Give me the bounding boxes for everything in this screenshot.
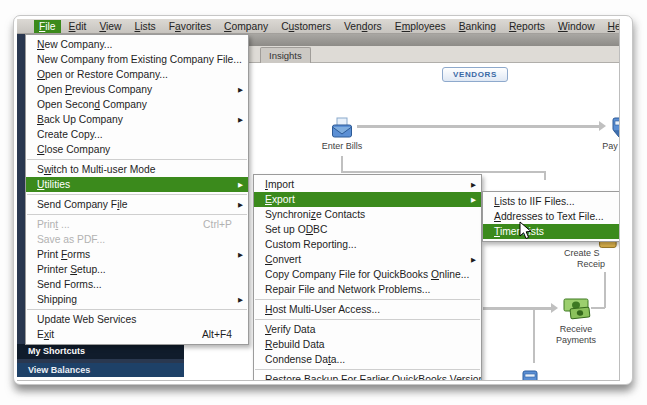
menu-item-create-copy[interactable]: Create Copy... xyxy=(26,127,248,142)
menubar-item-edit[interactable]: Edit xyxy=(64,20,92,33)
receive-payments-icon[interactable] xyxy=(563,296,591,321)
menu-item-update-web-services[interactable]: Update Web Services xyxy=(26,312,248,327)
export-submenu: Lists to IIF Files...Addresses to Text F… xyxy=(482,191,620,242)
menu-item-import[interactable]: Import▶ xyxy=(254,177,481,192)
menu-item-custom-reporting[interactable]: Custom Reporting... xyxy=(254,237,481,252)
menu-item-open-or-restore-company[interactable]: Open or Restore Company... xyxy=(26,67,248,82)
menu-item-set-up-odbc[interactable]: Set up ODBC xyxy=(254,222,481,237)
menubar-item-company[interactable]: Company xyxy=(219,20,273,33)
tab-bar: Insights xyxy=(184,46,620,63)
receive-payments-label: Receive xyxy=(546,324,606,335)
submenu-arrow-icon: ▶ xyxy=(471,180,476,188)
file-menu: New Company...New Company from Existing … xyxy=(25,34,249,345)
menu-item-addresses-to-text-file[interactable]: Addresses to Text File... xyxy=(483,209,620,224)
menu-item-utilities[interactable]: Utilities▶ xyxy=(26,177,248,192)
menu-separator xyxy=(255,369,480,370)
menubar-item-lists[interactable]: Lists xyxy=(130,20,161,33)
menu-item-new-company[interactable]: New Company... xyxy=(26,37,248,52)
menubar-item-help[interactable]: Help xyxy=(603,20,620,33)
menu-separator xyxy=(27,214,247,215)
menu-item-save-as-pdf[interactable]: Save as PDF... xyxy=(26,232,248,247)
menu-item-close-company[interactable]: Close Company xyxy=(26,142,248,157)
menu-separator xyxy=(27,159,247,160)
enter-bills-label: Enter Bills xyxy=(301,141,383,152)
menubar-item-customers[interactable]: Customers xyxy=(276,20,336,33)
menu-item-restore-backup-for-earlier-quickbooks-version[interactable]: Restore Backup For Earlier QuickBooks Ve… xyxy=(254,372,481,381)
menubar-item-vendors[interactable]: Vendors xyxy=(339,20,387,33)
menu-separator xyxy=(255,299,480,300)
menu-item-new-company-from-existing-company-file[interactable]: New Company from Existing Company File..… xyxy=(26,52,248,67)
menu-item-verify-data[interactable]: Verify Data xyxy=(254,322,481,337)
menubar-item-favorites[interactable]: Favorites xyxy=(164,20,216,33)
submenu-arrow-icon: ▶ xyxy=(471,195,476,203)
menu-item-export[interactable]: Export▶ xyxy=(254,192,481,207)
menu-item-back-up-company[interactable]: Back Up Company▶ xyxy=(26,112,248,127)
menu-item-send-company-file[interactable]: Send Company File▶ xyxy=(26,197,248,212)
sidebar-view-balances[interactable]: View Balances xyxy=(17,363,184,377)
utilities-submenu: Import▶Export▶Synchronize ContactsSet up… xyxy=(253,174,482,381)
menu-shortcut: Ctrl+P xyxy=(195,219,232,230)
flow-arrow-line xyxy=(357,125,599,128)
flow-arrow-line xyxy=(483,307,551,310)
menu-item-shipping[interactable]: Shipping▶ xyxy=(26,292,248,307)
sidebar-my-shortcuts[interactable]: My Shortcuts xyxy=(17,344,184,359)
menu-item-host-multi-user-access[interactable]: Host Multi-User Access... xyxy=(254,302,481,317)
flow-arrow-head xyxy=(599,121,606,131)
create-sales-receipts-label: Create S xyxy=(564,248,620,259)
screenshot-frame: FileEditViewListsFavoritesCompanyCustome… xyxy=(13,15,633,385)
menubar-item-banking[interactable]: Banking xyxy=(454,20,501,33)
flow-connector xyxy=(533,308,535,363)
flow-connector xyxy=(544,171,546,180)
menu-item-synchronize-contacts[interactable]: Synchronize Contacts xyxy=(254,207,481,222)
flow-connector xyxy=(341,156,343,172)
create-sales-receipts-label: Receip xyxy=(577,259,620,270)
menu-item-exit[interactable]: ExitAlt+F4 xyxy=(26,327,248,342)
menu-separator xyxy=(27,194,247,195)
menu-separator xyxy=(27,309,247,310)
mouse-cursor-icon xyxy=(519,221,533,241)
menubar-item-window[interactable]: Window xyxy=(553,20,600,33)
menu-item-condense-data[interactable]: Condense Data... xyxy=(254,352,481,367)
flow-connector xyxy=(591,307,605,309)
menu-item-repair-file-and-network-problems[interactable]: Repair File and Network Problems... xyxy=(254,282,481,297)
menubar: FileEditViewListsFavoritesCompanyCustome… xyxy=(17,19,619,34)
submenu-arrow-icon: ▶ xyxy=(238,85,243,93)
flow-connector xyxy=(604,272,606,308)
menubar-item-employees[interactable]: Employees xyxy=(390,20,451,33)
menu-separator xyxy=(255,319,480,320)
menubar-item-reports[interactable]: Reports xyxy=(504,20,550,33)
submenu-arrow-icon: ▶ xyxy=(238,115,243,123)
pay-bills-label: Pay xyxy=(600,141,620,152)
menu-item-convert[interactable]: Convert▶ xyxy=(254,252,481,267)
menu-item-switch-to-multi-user-mode[interactable]: Switch to Multi-user Mode xyxy=(26,162,248,177)
menu-item-printer-setup[interactable]: Printer Setup... xyxy=(26,262,248,277)
receive-payments-label: Payments xyxy=(543,335,609,346)
submenu-arrow-icon: ▶ xyxy=(238,200,243,208)
menu-item-lists-to-iif-files[interactable]: Lists to IIF Files... xyxy=(483,194,620,209)
flow-connector xyxy=(341,171,546,173)
pay-bills-icon[interactable] xyxy=(612,116,620,138)
menu-item-open-second-company[interactable]: Open Second Company xyxy=(26,97,248,112)
toolbar-strip xyxy=(184,34,620,46)
menu-item-copy-company-file-for-quickbooks-online[interactable]: Copy Company File for QuickBooks Online.… xyxy=(254,267,481,282)
menu-item-open-previous-company[interactable]: Open Previous Company▶ xyxy=(26,82,248,97)
menu-item-timer-lists[interactable]: Timer Lists xyxy=(483,224,620,239)
menu-item-print[interactable]: Print ...Ctrl+P xyxy=(26,217,248,232)
enter-bills-icon[interactable] xyxy=(331,116,353,140)
menu-shortcut: Alt+F4 xyxy=(194,329,232,340)
menu-item-rebuild-data[interactable]: Rebuild Data xyxy=(254,337,481,352)
submenu-arrow-icon: ▶ xyxy=(471,255,476,263)
submenu-arrow-icon: ▶ xyxy=(238,250,243,258)
menu-item-print-forms[interactable]: Print Forms▶ xyxy=(26,247,248,262)
menubar-item-view[interactable]: View xyxy=(94,20,126,33)
vendors-button[interactable]: VENDORS xyxy=(442,67,508,82)
menubar-item-file[interactable]: File xyxy=(34,20,61,33)
submenu-arrow-icon: ▶ xyxy=(238,295,243,303)
submenu-arrow-icon: ▶ xyxy=(238,180,243,188)
menu-item-send-forms[interactable]: Send Forms... xyxy=(26,277,248,292)
flow-arrow-head xyxy=(551,303,558,313)
record-deposits-icon[interactable] xyxy=(522,369,538,381)
quickbooks-window: FileEditViewListsFavoritesCompanyCustome… xyxy=(17,19,620,381)
tab-insights[interactable]: Insights xyxy=(260,47,311,63)
